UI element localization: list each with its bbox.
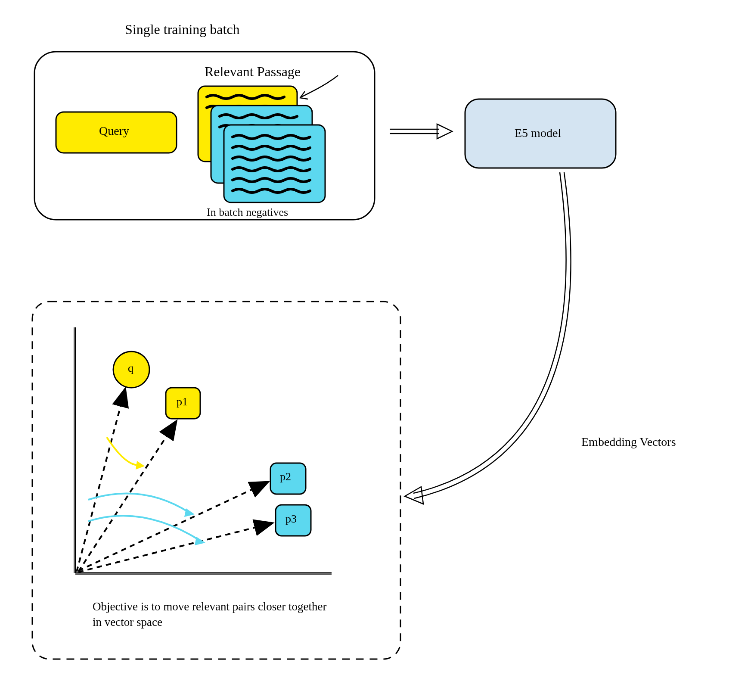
pull-arrow-cyan-1 bbox=[88, 493, 189, 513]
node-q-label: q bbox=[128, 362, 133, 375]
node-p1-label: p1 bbox=[177, 395, 188, 408]
relevant-passage-arrow bbox=[301, 75, 338, 97]
svg-marker-4 bbox=[437, 124, 452, 139]
svg-marker-12 bbox=[195, 537, 205, 545]
pull-arrow-cyan-2 bbox=[88, 516, 200, 541]
svg-marker-5 bbox=[405, 487, 423, 504]
diagram-title: Single training batch bbox=[125, 22, 240, 37]
vector-p1 bbox=[78, 422, 176, 572]
svg-marker-10 bbox=[136, 461, 145, 470]
relevant-passage-label: Relevant Passage bbox=[205, 64, 301, 80]
embedding-vectors-label: Embedding Vectors bbox=[581, 435, 676, 449]
node-p3-label: p3 bbox=[285, 513, 297, 526]
model-label: E5 model bbox=[515, 126, 561, 140]
vector-p3 bbox=[78, 523, 271, 572]
svg-marker-11 bbox=[184, 508, 195, 517]
model-to-vectorspace-arrow bbox=[405, 172, 571, 504]
objective-text: Objective is to move relevant pairs clos… bbox=[93, 599, 334, 630]
vector-q bbox=[77, 390, 125, 572]
node-p2-label: p2 bbox=[280, 470, 291, 483]
batch-to-model-arrow bbox=[390, 124, 452, 139]
query-label: Query bbox=[99, 124, 129, 138]
vector-axes bbox=[74, 327, 332, 574]
negatives-label: In batch negatives bbox=[207, 206, 288, 219]
